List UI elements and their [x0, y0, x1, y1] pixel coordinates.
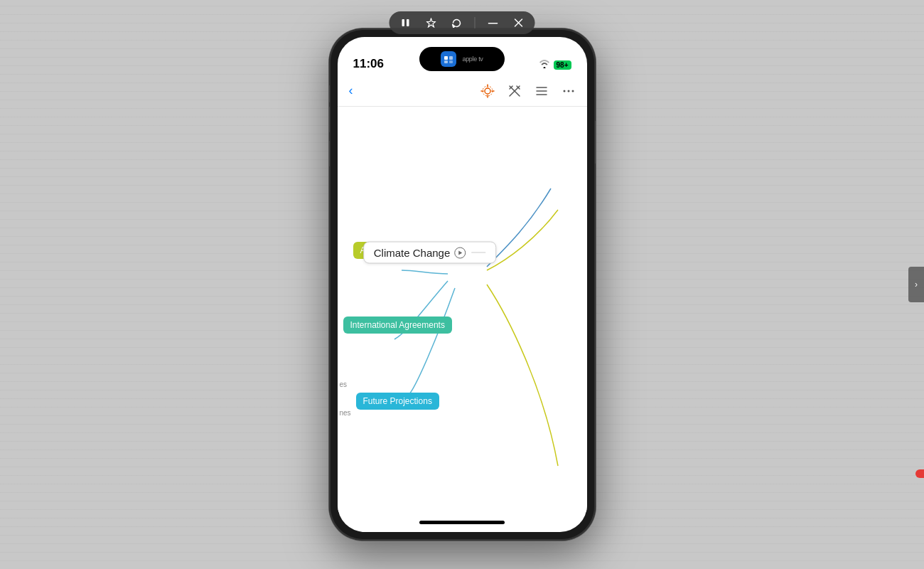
floating-toolbar	[390, 11, 535, 34]
svg-rect-7	[444, 56, 448, 60]
mindmap-curves	[338, 107, 587, 512]
star-button[interactable]	[424, 15, 439, 31]
edge-text-1: es	[340, 381, 348, 388]
svg-rect-10	[449, 60, 453, 63]
play-icon[interactable]	[454, 247, 466, 258]
edge-text-2: nes	[340, 409, 351, 417]
wifi-icon	[539, 58, 550, 71]
list-icon[interactable]	[534, 84, 549, 98]
toolbar-icons	[480, 84, 576, 98]
volume-up-button	[329, 107, 330, 132]
center-node[interactable]: Climate Change	[363, 242, 497, 264]
home-indicator	[338, 512, 587, 532]
mute-button	[329, 85, 330, 102]
svg-rect-9	[444, 60, 448, 63]
svg-rect-4	[488, 23, 498, 24]
side-button	[595, 121, 596, 164]
status-time: 11:06	[353, 57, 384, 71]
node-international[interactable]: International Agreements	[343, 317, 452, 334]
close-button[interactable]	[511, 15, 527, 31]
node-future[interactable]: Future Projections	[356, 393, 439, 410]
toolbar-separator	[475, 17, 476, 28]
refresh-button[interactable]	[449, 15, 465, 31]
island-app-icon	[441, 51, 456, 67]
svg-point-25	[567, 90, 569, 92]
svg-marker-27	[458, 250, 462, 255]
center-node-label: Climate Change	[374, 247, 451, 259]
dynamic-island: apple tv	[419, 47, 505, 71]
mindmap-canvas[interactable]: es nes Adaptation Measures International…	[338, 107, 587, 512]
minimize-button[interactable]	[485, 15, 501, 31]
pause-button[interactable]	[398, 15, 414, 31]
more-icon[interactable]	[562, 84, 576, 98]
phone-screen: apple tv 11:06 98+ ‹	[338, 37, 587, 532]
node-line	[471, 252, 485, 253]
home-bar	[419, 521, 505, 524]
battery-indicator: 98+	[554, 60, 571, 70]
side-arrow-button[interactable]: ›	[908, 267, 924, 302]
svg-marker-2	[427, 18, 436, 27]
scissors-icon[interactable]	[507, 84, 522, 98]
volume-down-button	[329, 141, 330, 166]
focus-icon[interactable]	[480, 84, 495, 98]
svg-point-11	[485, 88, 490, 94]
svg-point-12	[483, 86, 493, 96]
svg-rect-0	[402, 19, 405, 26]
iphone-frame: apple tv 11:06 98+ ‹	[329, 28, 596, 541]
back-button[interactable]: ‹	[349, 83, 353, 98]
svg-point-26	[571, 90, 574, 92]
island-label: apple tv	[462, 55, 483, 63]
red-indicator	[915, 469, 924, 478]
svg-rect-8	[449, 56, 453, 60]
svg-rect-1	[407, 19, 409, 26]
svg-point-24	[563, 90, 565, 92]
status-icons: 98+	[539, 58, 571, 71]
app-toolbar: ‹	[338, 75, 587, 107]
svg-marker-3	[453, 24, 455, 28]
